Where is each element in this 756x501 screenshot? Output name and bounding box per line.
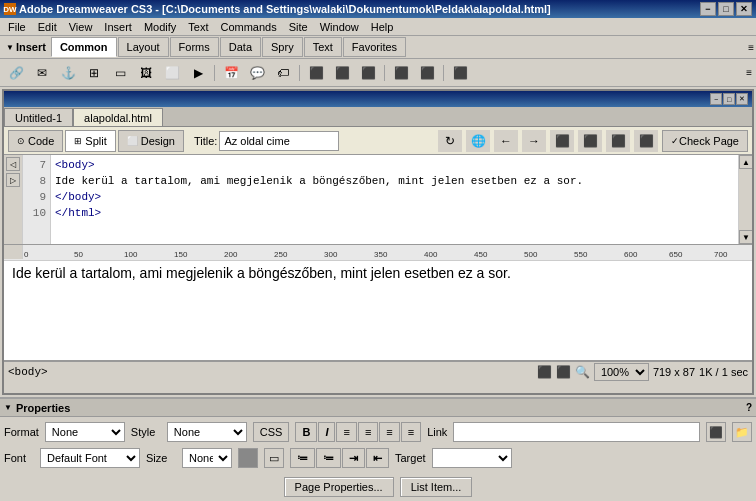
menu-bar: File Edit View Insert Modify Text Comman… [0, 18, 756, 36]
template-icon[interactable]: ⬛ [389, 62, 413, 84]
tab-alapoldal[interactable]: alapoldal.html [73, 108, 163, 126]
menu-window[interactable]: Window [314, 20, 365, 34]
hyperlink-icon[interactable]: 🔗 [4, 62, 28, 84]
media-icon[interactable]: ▶ [186, 62, 210, 84]
italic-btn[interactable]: I [318, 422, 335, 442]
menu-edit[interactable]: Edit [32, 20, 63, 34]
inner-minimize-btn[interactable]: − [710, 93, 722, 105]
link-browse-btn[interactable]: 📁 [732, 422, 752, 442]
link-icon-btn[interactable]: ⬛ [706, 422, 726, 442]
link-input[interactable] [453, 422, 700, 442]
format-select[interactable]: NoneParagraphHeading 1 [45, 422, 125, 442]
browser-icon[interactable]: ⬛ [606, 130, 630, 152]
zoom-tool-icon[interactable]: 🔍 [575, 365, 590, 379]
split-btn[interactable]: ⊞ Split [65, 130, 115, 152]
page-properties-btn[interactable]: Page Properties... [284, 477, 394, 497]
tab-alapoldal-label: alapoldal.html [84, 112, 152, 124]
tab-spry[interactable]: Spry [262, 37, 303, 57]
menu-text[interactable]: Text [182, 20, 214, 34]
code-btn[interactable]: ⊙ Code [8, 130, 63, 152]
insert-div-icon[interactable]: ▭ [108, 62, 132, 84]
expand-btn[interactable]: ▷ [6, 173, 20, 187]
close-button[interactable]: ✕ [736, 2, 752, 16]
menu-site[interactable]: Site [283, 20, 314, 34]
page-title-input[interactable] [219, 131, 339, 151]
anchor-icon[interactable]: ⚓ [56, 62, 80, 84]
inner-maximize-btn[interactable]: □ [723, 93, 735, 105]
collapse-btn[interactable]: ◁ [6, 157, 20, 171]
list-item-btn[interactable]: List Item... [400, 477, 473, 497]
scroll-down-btn[interactable]: ▼ [739, 230, 753, 244]
validate-icon[interactable]: ⬛ [578, 130, 602, 152]
tab-layout[interactable]: Layout [118, 37, 169, 57]
ruler-corner [4, 245, 23, 259]
tab-common[interactable]: Common [51, 37, 117, 57]
css-btn[interactable]: CSS [253, 422, 290, 442]
properties-help-icon[interactable]: ? [746, 402, 752, 413]
menu-commands[interactable]: Commands [214, 20, 282, 34]
indent-btn[interactable]: ⇥ [342, 448, 365, 468]
inner-close-btn[interactable]: ✕ [736, 93, 748, 105]
code-line-8: Ide kerül a tartalom, ami megjelenik a b… [55, 173, 734, 189]
table-icon[interactable]: ⊞ [82, 62, 106, 84]
tab-untitled[interactable]: Untitled-1 [4, 108, 73, 126]
image-placeholder-icon[interactable]: ⬜ [160, 62, 184, 84]
check-page-btn[interactable]: ✓ Check Page [662, 130, 748, 152]
tag-chooser-icon[interactable]: 🏷 [271, 62, 295, 84]
noscript-icon[interactable]: ⬛ [356, 62, 380, 84]
ordered-list-btn[interactable]: ≔ [316, 448, 341, 468]
date-icon[interactable]: 📅 [219, 62, 243, 84]
align-justify-btn[interactable]: ≡ [401, 422, 421, 442]
select-tool-icon[interactable]: ⬛ [537, 365, 552, 379]
zoom-select[interactable]: 100% 50% 200% [594, 363, 649, 381]
text-color-picker[interactable]: ▭ [264, 448, 284, 468]
forward-icon[interactable]: → [522, 130, 546, 152]
text-color-btn[interactable] [238, 448, 258, 468]
maximize-button[interactable]: □ [718, 2, 734, 16]
design-view[interactable]: Ide kerül a tartalom, ami megjelenik a b… [4, 261, 752, 361]
align-left-btn[interactable]: ≡ [336, 422, 356, 442]
tab-text[interactable]: Text [304, 37, 342, 57]
tab-forms[interactable]: Forms [170, 37, 219, 57]
snippet-icon[interactable]: ⬛ [415, 62, 439, 84]
font-label: Font [4, 452, 34, 464]
menu-insert[interactable]: Insert [98, 20, 138, 34]
head-icon[interactable]: ⬛ [304, 62, 328, 84]
get-more-icon[interactable]: ⬛ [448, 62, 472, 84]
code-line-9: </body> [55, 189, 734, 205]
code-content[interactable]: <body> Ide kerül a tartalom, ami megjele… [51, 155, 738, 244]
comment-icon[interactable]: 💬 [245, 62, 269, 84]
outdent-btn[interactable]: ⇤ [366, 448, 389, 468]
menu-help[interactable]: Help [365, 20, 400, 34]
scroll-up-btn[interactable]: ▲ [739, 155, 753, 169]
refresh-icon[interactable]: ↻ [438, 130, 462, 152]
tab-favorites[interactable]: Favorites [343, 37, 406, 57]
toolbar-expand-icon[interactable]: ≡ [746, 67, 752, 78]
back-icon[interactable]: ← [494, 130, 518, 152]
image-icon[interactable]: 🖼 [134, 62, 158, 84]
separator-2 [299, 65, 300, 81]
code-scrollbar[interactable]: ▲ ▼ [738, 155, 752, 244]
line-numbers: 7 8 9 10 [23, 155, 51, 244]
design-btn[interactable]: ⬜ Design [118, 130, 184, 152]
bold-btn[interactable]: B [295, 422, 317, 442]
unordered-list-btn[interactable]: ≔ [290, 448, 315, 468]
globe-icon[interactable]: 🌐 [466, 130, 490, 152]
expand-icon[interactable]: ≡ [748, 42, 754, 53]
preview-icon[interactable]: ⬛ [634, 130, 658, 152]
align-right-btn[interactable]: ≡ [379, 422, 399, 442]
menu-view[interactable]: View [63, 20, 99, 34]
email-icon[interactable]: ✉ [30, 62, 54, 84]
size-select[interactable]: None [182, 448, 232, 468]
tab-data[interactable]: Data [220, 37, 261, 57]
align-center-btn[interactable]: ≡ [358, 422, 378, 442]
menu-file[interactable]: File [2, 20, 32, 34]
hand-tool-icon[interactable]: ⬛ [556, 365, 571, 379]
script-icon[interactable]: ⬛ [330, 62, 354, 84]
menu-modify[interactable]: Modify [138, 20, 182, 34]
minimize-button[interactable]: − [700, 2, 716, 16]
font-select[interactable]: Default Font [40, 448, 140, 468]
style-select[interactable]: None [167, 422, 247, 442]
debug-icon[interactable]: ⬛ [550, 130, 574, 152]
target-select[interactable] [432, 448, 512, 468]
